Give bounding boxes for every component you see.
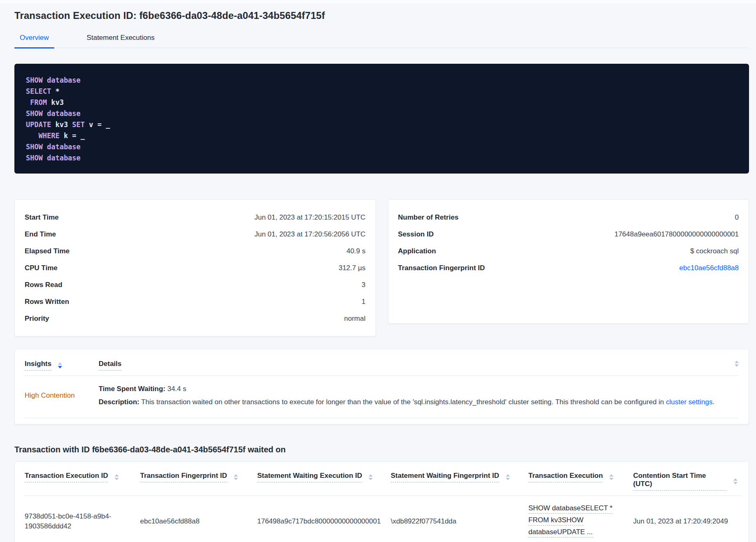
transaction-execution-preview[interactable]: databaseUPDATE ... bbox=[528, 527, 593, 537]
sql-line: SELECT * bbox=[26, 86, 738, 97]
waited-on-heading: Transaction with ID f6be6366-da03-48de-a… bbox=[14, 445, 749, 454]
sql-token: SET bbox=[72, 120, 89, 129]
cell-transaction-execution[interactable]: SHOW databaseSELECT *FROM kv3SHOWdatabas… bbox=[528, 496, 633, 542]
sort-icon bbox=[58, 362, 62, 368]
summary-cards-row: Start TimeJun 01, 2023 at 17:20:15:2015 … bbox=[14, 199, 749, 336]
insights-column-label: Insights bbox=[25, 360, 51, 371]
sort-icon bbox=[609, 474, 613, 480]
summary-row-rows-written: Rows Written1 bbox=[25, 293, 366, 310]
column-header-label: Transaction Execution ID bbox=[25, 472, 108, 482]
tab-bar: OverviewStatement Executions bbox=[14, 34, 749, 48]
sql-line: SHOW database bbox=[26, 108, 738, 119]
sql-line: SHOW database bbox=[26, 75, 738, 86]
summary-row-transaction-fingerprint-id: Transaction Fingerprint IDebc10ae56cfd88… bbox=[398, 259, 739, 276]
tab-statement-executions[interactable]: Statement Executions bbox=[81, 34, 160, 49]
sql-line: FROM kv3 bbox=[26, 97, 738, 108]
sql-token bbox=[26, 132, 39, 140]
summary-row-application: Application$ cockroach sql bbox=[398, 243, 739, 259]
summary-label: Priority bbox=[25, 314, 49, 323]
summary-row-number-of-retries: Number of Retries0 bbox=[398, 209, 739, 226]
time-spent-waiting: Time Spent Waiting: 34.4 s bbox=[99, 384, 739, 394]
column-header-label: Statement Waiting Execution ID bbox=[257, 472, 362, 482]
sql-token: database bbox=[47, 76, 81, 84]
page-title: Transaction Execution ID: f6be6366-da03-… bbox=[14, 10, 749, 21]
summary-value: 17648a9eea6017800000000000000001 bbox=[614, 229, 739, 239]
summary-label: Session ID bbox=[398, 229, 434, 239]
sql-token: SHOW bbox=[26, 143, 47, 151]
sql-token: database bbox=[47, 143, 81, 151]
sort-icon[interactable] bbox=[735, 360, 739, 367]
summary-label: End Time bbox=[25, 229, 56, 239]
summary-row-end-time: End TimeJun 01, 2023 at 17:20:56:2056 UT… bbox=[25, 226, 366, 243]
summary-value: 3 bbox=[362, 280, 365, 290]
summary-row-start-time: Start TimeJun 01, 2023 at 17:20:15:2015 … bbox=[25, 209, 366, 226]
summary-label: Transaction Fingerprint ID bbox=[398, 263, 485, 273]
column-header-statement-waiting-execution-id[interactable]: Statement Waiting Execution ID bbox=[257, 462, 391, 496]
summary-label: Start Time bbox=[25, 213, 59, 222]
summary-value: $ cockroach sql bbox=[690, 246, 739, 256]
sql-token: SHOW bbox=[26, 154, 47, 162]
insight-description: Description: This transaction waited on … bbox=[99, 397, 739, 407]
sort-icon bbox=[733, 478, 738, 484]
transaction-fingerprint-link[interactable]: ebc10ae56cfd88a8 bbox=[679, 263, 739, 273]
cell-statement-waiting-execution-id: 176498a9c717bdc80000000000000001 bbox=[257, 496, 391, 542]
column-header-transaction-fingerprint-id[interactable]: Transaction Fingerprint ID bbox=[140, 462, 257, 496]
summary-row-rows-read: Rows Read3 bbox=[25, 276, 366, 293]
summary-label: Elapsed Time bbox=[25, 246, 69, 256]
top-strip bbox=[0, 0, 756, 3]
tab-overview[interactable]: Overview bbox=[14, 34, 54, 49]
sql-token: database bbox=[47, 109, 81, 118]
cell-contention-start-time: Jun 01, 2023 at 17:20:49:2049 bbox=[633, 496, 742, 542]
summary-row-elapsed-time: Elapsed Time40.9 s bbox=[25, 243, 366, 259]
column-header-contention-start-time-utc[interactable]: Contention Start Time (UTC) bbox=[633, 462, 742, 496]
summary-row-priority: Prioritynormal bbox=[25, 310, 366, 327]
waited-on-table: Transaction Execution IDTransaction Fing… bbox=[25, 462, 742, 542]
transaction-details-page: Transaction Execution ID: f6be6366-da03-… bbox=[0, 10, 756, 542]
waited-on-body: 9738d051-bc0e-4158-a9b4-1903586ddd42ebc1… bbox=[25, 496, 742, 542]
insight-row: High Contention Time Spent Waiting: 34.4… bbox=[25, 376, 739, 418]
sql-token: SHOW bbox=[26, 109, 47, 118]
column-header-label: Contention Start Time (UTC) bbox=[633, 472, 727, 491]
session-stats-card: Number of Retries0Session ID17648a9eea60… bbox=[388, 199, 749, 324]
insights-column-header[interactable]: Insights bbox=[25, 360, 62, 371]
sort-icon bbox=[115, 474, 119, 480]
cell-statement-waiting-fingerprint-id: \xdb8922f077541dda bbox=[391, 496, 528, 542]
summary-row-session-id: Session ID17648a9eea60178000000000000000… bbox=[398, 226, 739, 243]
summary-value: Jun 01, 2023 at 17:20:56:2056 UTC bbox=[254, 229, 365, 239]
transaction-execution-preview[interactable]: FROM kv3SHOW bbox=[528, 515, 583, 526]
column-header-transaction-execution[interactable]: Transaction Execution bbox=[528, 462, 633, 496]
summary-label: Number of Retries bbox=[398, 213, 459, 222]
sort-icon bbox=[369, 474, 373, 480]
execution-stats-card: Start TimeJun 01, 2023 at 17:20:15:2015 … bbox=[14, 199, 376, 336]
column-header-transaction-execution-id[interactable]: Transaction Execution ID bbox=[25, 462, 140, 496]
insights-table-header: Insights Details bbox=[25, 349, 739, 376]
cluster-settings-link[interactable]: cluster settings bbox=[666, 398, 712, 406]
sql-statements-box: SHOW databaseSELECT * FROM kv3SHOW datab… bbox=[14, 64, 749, 174]
insight-type-label: High Contention bbox=[25, 391, 75, 399]
details-column-label: Details bbox=[99, 360, 122, 371]
summary-row-cpu-time: CPU Time312.7 µs bbox=[25, 259, 366, 276]
column-header-label: Statement Waiting Fingerprint ID bbox=[391, 472, 499, 482]
details-column-header[interactable]: Details bbox=[99, 360, 122, 371]
sql-token: SELECT bbox=[26, 87, 55, 95]
summary-label: Application bbox=[398, 246, 436, 256]
summary-value: 1 bbox=[362, 297, 365, 306]
column-header-label: Transaction Fingerprint ID bbox=[140, 472, 227, 482]
column-header-statement-waiting-fingerprint-id[interactable]: Statement Waiting Fingerprint ID bbox=[391, 462, 528, 496]
transaction-execution-preview[interactable]: SHOW databaseSELECT * bbox=[528, 503, 613, 514]
sql-token: k = _ bbox=[64, 132, 85, 140]
sql-token: * bbox=[55, 87, 60, 95]
cell-transaction-fingerprint-id: ebc10ae56cfd88a8 bbox=[140, 496, 257, 542]
summary-value: 312.7 µs bbox=[339, 263, 366, 273]
summary-label: Rows Written bbox=[25, 297, 69, 306]
waited-on-table-card: Transaction Execution IDTransaction Fing… bbox=[14, 461, 749, 542]
sql-token: SHOW bbox=[26, 76, 47, 84]
table-row: 9738d051-bc0e-4158-a9b4-1903586ddd42ebc1… bbox=[25, 496, 742, 542]
sql-line: WHERE k = _ bbox=[26, 130, 738, 141]
summary-value: 0 bbox=[735, 213, 739, 222]
sql-line: SHOW database bbox=[26, 141, 738, 153]
cell-transaction-execution-id: 9738d051-bc0e-4158-a9b4-1903586ddd42 bbox=[25, 496, 140, 542]
sql-token: UPDATE bbox=[26, 120, 55, 129]
sql-token: FROM bbox=[30, 98, 51, 107]
description-label: Description: bbox=[99, 398, 139, 406]
